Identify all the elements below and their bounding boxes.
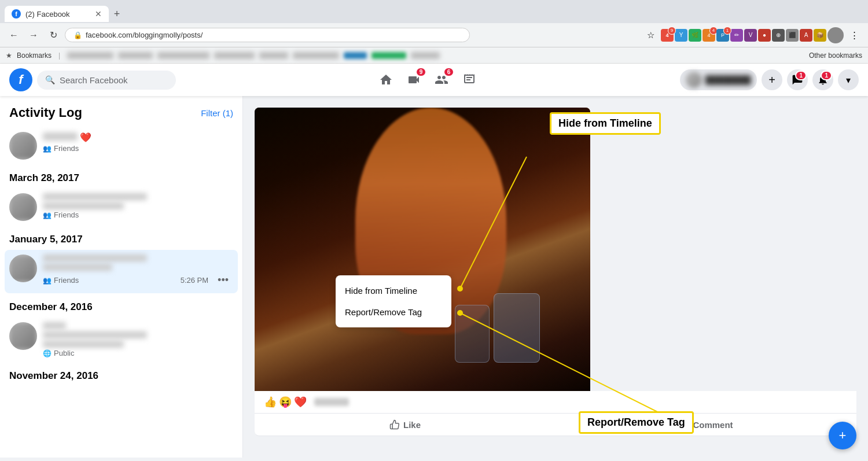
ext-icon-8[interactable]: ● [758,29,771,42]
ext-icon-1[interactable]: 4 9 [661,29,674,42]
ext-icon-5[interactable]: P 1 [716,29,729,42]
bookmark-blurred-2[interactable] [118,52,153,59]
new-tab-button[interactable]: + [109,6,125,22]
ext-icon-9[interactable]: ⊕ [772,29,785,42]
bookmark-blurred-1[interactable] [67,52,113,59]
more-options-button[interactable]: ••• [213,272,233,289]
profile-link[interactable]: ████████ [680,69,757,90]
bookmarks-star-icon: ★ [6,51,12,60]
ext-icon-7[interactable]: V [744,29,757,42]
report-remove-tag-menu-item[interactable]: Report/Remove Tag [336,301,451,323]
add-button[interactable]: + [762,69,782,90]
friends-icon: 👥 [43,145,52,153]
bookmark-blurred-5[interactable] [259,52,288,59]
address-bar[interactable]: 🔒 facebook.com/bloggingmolly/posts/ [65,28,470,42]
messenger-fab-button[interactable]: + [829,422,856,449]
meta-public: Public [54,349,74,357]
blurred-text [43,202,124,209]
messenger-button[interactable]: 1 [787,69,808,90]
browser-controls: ← → ↻ 🔒 facebook.com/bloggingmolly/posts… [0,23,868,47]
lock-icon: 🔒 [73,31,82,39]
blurred-text [43,341,124,348]
blurred-text [43,331,147,338]
filter-button[interactable]: Filter (1) [201,108,233,118]
menu-dropdown-button[interactable]: ▾ [838,69,859,90]
ext-icon-3[interactable]: 🌿 [689,29,701,42]
activity-text [43,322,233,348]
date-header-december: December 4, 2016 [9,301,233,313]
post-reactions: 👍 😝 ❤️ [255,391,856,414]
forward-button[interactable]: → [25,27,42,43]
bookmark-blurred-9[interactable] [411,52,440,59]
activity-log-sidebar: Activity Log Filter (1) ❤️ 👥 Friends Mar… [0,96,243,458]
bookmarks-label[interactable]: Bookmarks [17,51,52,60]
nav-groups-button[interactable]: 6 [428,66,455,94]
post-image-inner [255,108,590,391]
list-item[interactable]: 👥 Friends 5:26 PM ••• [5,250,238,293]
activity-time: 5:26 PM [181,276,208,285]
activity-text: ❤️ [43,132,233,143]
activity-meta: 👥 Friends [43,144,233,153]
other-bookmarks-label[interactable]: Other bookmarks [809,51,862,60]
activity-log-header: Activity Log Filter (1) [9,105,233,120]
ext-icon-2[interactable]: Y [675,29,687,42]
search-box[interactable]: 🔍 Search Facebook [37,71,176,90]
tab-close-button[interactable]: ✕ [95,9,102,19]
blurred-text [43,322,66,329]
reaction-count [314,398,349,406]
blurred-text [43,255,147,261]
heart-emoji: ❤️ [80,132,91,142]
activity-meta: 👥 Friends [43,211,233,219]
address-text: facebook.com/bloggingmolly/posts/ [86,31,203,39]
facebook-f-icon: f [19,72,23,87]
like-reaction: 👍 [264,396,277,408]
profile-avatar [686,72,702,88]
post-image [255,108,590,391]
comment-label: Comment [693,420,733,430]
hide-from-timeline-annotation: Hide from Timeline [550,112,661,135]
ext-icon-12[interactable]: 📦 [814,29,826,42]
header-right: ████████ + 1 1 ▾ [680,69,859,90]
activity-content: 👥 Friends 5:26 PM ••• [43,255,233,289]
ext-icon-4[interactable]: 4 4 [703,29,715,42]
menu-icon[interactable]: ⋮ [846,27,862,43]
avatar [9,193,37,221]
ext-icon-6[interactable]: ✏ [730,29,743,42]
bookmark-bar: ★ Bookmarks | Other bookmarks [0,47,868,64]
ext-icon-10[interactable]: ⬛ [786,29,799,42]
activity-content: ❤️ 👥 Friends [43,132,233,153]
activity-content: 👥 Friends [43,193,233,219]
main-layout: Activity Log Filter (1) ❤️ 👥 Friends Mar… [0,96,868,458]
notifications-badge: 1 [821,71,832,80]
blurred-text [43,132,78,141]
nav-home-button[interactable] [372,66,400,94]
nav-video-button[interactable]: 9 [400,66,428,94]
meta-friends-1: Friends [54,144,79,153]
annotation-dot-2 [457,310,463,316]
haha-reaction: 😝 [279,396,292,408]
activity-meta: 🌐 Public [43,349,233,357]
facebook-logo[interactable]: f [9,68,32,91]
notifications-button[interactable]: 1 [812,69,833,90]
list-item: 🌐 Public [9,318,233,362]
active-tab[interactable]: f (2) Facebook ✕ [5,6,109,22]
date-header-january: January 5, 2017 [9,234,233,245]
back-button[interactable]: ← [6,27,22,43]
bookmark-blurred-4[interactable] [214,52,255,59]
search-input[interactable]: Search Facebook [60,75,128,85]
nav-marketplace-button[interactable] [455,66,483,94]
meta-friends-3: Friends [54,276,79,285]
user-avatar-small[interactable] [827,27,844,43]
bookmark-blurred-7[interactable] [344,52,367,59]
ext-icon-11[interactable]: A [800,29,812,42]
bookmark-blurred-3[interactable] [157,52,209,59]
bookmark-blurred-8[interactable] [372,52,406,59]
refresh-button[interactable]: ↻ [45,27,61,43]
hide-from-timeline-menu-item[interactable]: Hide from Timeline [336,280,451,301]
messenger-badge: 1 [795,71,807,80]
avatar [9,322,37,350]
bookmark-blurred-6[interactable] [293,52,339,59]
star-icon[interactable]: ☆ [642,27,659,43]
like-button[interactable]: Like [255,414,556,436]
activity-text [43,193,233,209]
